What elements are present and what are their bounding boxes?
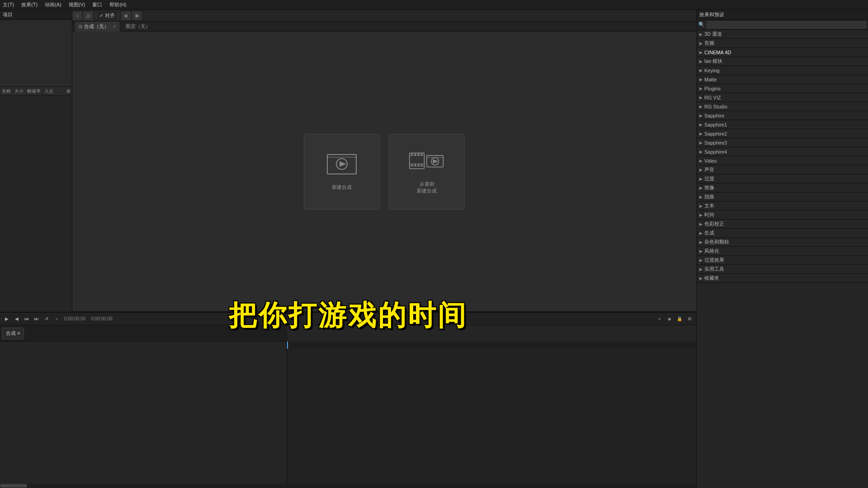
footage-comp-label: 从素材 新建合成 [417,181,437,195]
tl-btn-back[interactable]: ◀ [13,315,21,323]
effects-category-utility[interactable]: ▶ 实用工具 [697,265,868,274]
footage-comp-card[interactable]: 从素材 新建合成 [389,134,465,210]
effects-category-generate[interactable]: ▶ 生成 [697,229,868,238]
svg-rect-12 [415,164,416,166]
tl-btn-play[interactable]: ▶ [3,315,11,323]
tl-btn-audio[interactable]: ♪ [52,315,61,323]
effects-category-ae[interactable]: ▶ Iae 模块 [697,57,868,66]
menu-item-view[interactable]: 视图(V) [69,1,85,8]
effects-category-collection[interactable]: ▶ 收藏夹 [697,274,868,283]
menu-item-effect[interactable]: 效果(T) [21,1,38,8]
timecode-display: 0:00:00:00 [64,316,85,321]
effects-label-sapphire4: Sapphire3 [704,140,727,145]
effects-category-sapphire5[interactable]: ▶ Sapphire4 [697,147,868,156]
tool-misc2[interactable]: ⊠ [132,12,142,20]
effects-category-sapphire2[interactable]: ▶ Sapphire1 [697,120,868,129]
effects-category-used[interactable]: ▶ 过渡 [697,174,868,183]
bottom-comp-tab-label[interactable]: 合成 ≡ [2,328,24,339]
tool-misc1[interactable]: ⊞ [122,12,131,20]
h-scroll-thumb[interactable] [0,484,27,488]
panel-columns: 名称 大小 帧速率 入点 ⊞ [0,87,72,96]
tl-btn-settings[interactable]: ⚙ [685,315,693,323]
expand-arrow-cinema: ▶ [699,50,703,55]
effects-category-sound[interactable]: ▶ 声音 [697,165,868,174]
svg-marker-17 [433,159,439,163]
effects-category-matte[interactable]: ▶ Matte [697,75,868,84]
tl-btn-solo[interactable]: ◈ [665,315,674,323]
effects-label-sapphire5: Sapphire4 [704,149,727,155]
timeline-content [0,342,696,488]
effects-category-3d[interactable]: ▶ 3D 通道 [697,30,868,39]
svg-marker-2 [340,161,346,167]
timecode-end: 0:00:00:00 [91,316,112,321]
effects-label-utility: 实用工具 [704,266,724,272]
comp-tab-close[interactable]: ✕ [113,24,116,29]
timeline-frames-area [287,342,696,488]
align-check[interactable]: ✓ 对齐 [99,12,115,19]
effects-category-color[interactable]: ▶ 色彩校正 [697,220,868,229]
menu-item-help[interactable]: 帮助(H) [109,1,126,8]
expand-arrow-stylize: ▶ [699,249,703,253]
expand-arrow-video: ▶ [699,159,703,163]
effects-search-input[interactable] [707,21,866,28]
effects-category-sapphire3[interactable]: ▶ Sapphire2 [697,129,868,138]
effects-category-video[interactable]: ▶ Video [697,156,868,165]
svg-rect-10 [421,154,423,155]
svg-rect-8 [415,154,416,155]
tl-btn-graph[interactable]: ≈ [656,315,664,323]
effects-category-channel[interactable]: ▶ 抠像 [697,183,868,192]
effects-category-text[interactable]: ▶ 文本 [697,202,868,211]
tl-btn-lock[interactable]: 🔒 [675,315,684,323]
effects-category-transition[interactable]: ▶ 过渡效果 [697,256,868,265]
tool-shape[interactable]: □ [73,12,82,20]
menu-bar: 文(T) 效果(T) 动画(A) 视图(V) 窗口 帮助(H) [0,0,868,10]
col-fps-label: 帧速率 [27,88,41,94]
comp-tab-bar: 合成（无） ✕ 图层（无） [72,22,696,32]
expand-arrow-keying: ▶ [699,68,703,73]
new-comp-card[interactable]: 新建合成 [304,134,380,210]
menu-item-file[interactable]: 文(T) [3,1,14,8]
expand-arrow-collection: ▶ [699,276,703,281]
expand-arrow-sapphire3: ▶ [699,131,703,136]
expand-arrow-plugin: ▶ [699,86,703,91]
tl-btn-end[interactable]: ⏭ [33,315,41,323]
tl-btn-start[interactable]: ⏮ [23,315,31,323]
h-scrollbar [0,483,696,488]
sep3 [118,12,118,19]
tl-btn-loop[interactable]: ↺ [42,315,51,323]
effects-label-matte: Matte [704,77,717,82]
ruler-bar [287,342,696,349]
expand-arrow-transition: ▶ [699,258,703,263]
comp-tab-main[interactable]: 合成（无） ✕ [75,22,120,32]
effects-category-distort[interactable]: ▶ 扭曲 [697,192,868,202]
bottom-area: ▶ ◀ ⏮ ⏭ ↺ ♪ 0:00:00:00 0:00:00:00 ≈ ◈ 🔒 … [0,312,696,488]
effects-label-keying: Keying [704,68,720,73]
effects-category-stylize[interactable]: ▶ 风格化 [697,247,868,256]
effects-category-time[interactable]: ▶ 时间 [697,211,868,220]
effects-category-keying[interactable]: ▶ Keying [697,66,868,75]
effects-category-audio[interactable]: ▶ 音频 [697,39,868,48]
effects-panel-header: 效果和预设 [697,10,868,20]
menu-item-animation[interactable]: 动画(A) [45,1,61,8]
effects-category-rg-studio[interactable]: ▶ RG Studio [697,102,868,111]
layers-tab[interactable]: 图层（无） [126,23,151,30]
menu-item-window[interactable]: 窗口 [92,1,102,8]
effects-label-sapphire3: Sapphire2 [704,131,727,136]
sep2 [96,12,96,19]
project-panel: 项目 [0,10,72,87]
effects-category-plugin[interactable]: ▶ Plugins [697,84,868,93]
expand-arrow-rg-viz: ▶ [699,95,703,100]
tool-camera[interactable]: 🎥 [84,12,93,20]
effects-category-sapphire4[interactable]: ▶ Sapphire3 [697,138,868,147]
effects-label-plugin: Plugins [704,86,721,91]
effects-label-blur: 杂色和颗粒 [704,239,729,245]
svg-rect-11 [411,164,413,166]
expand-arrow-color: ▶ [699,222,703,226]
effects-category-cinema[interactable]: ▶ CINEMA 4D [697,48,868,57]
effects-category-rg-viz[interactable]: ▶ RG VIZ [697,93,868,102]
comp-tab-label: 合成（无） [84,23,109,30]
effects-category-sapphire1[interactable]: ▶ Sapphire [697,111,868,120]
right-panel: 效果和预设 🔍 ▶ 3D 通道 ▶ 音频 ▶ CINEMA 4D ▶ Iae 模… [696,10,868,488]
svg-rect-9 [418,154,420,155]
effects-category-blur[interactable]: ▶ 杂色和颗粒 [697,238,868,247]
